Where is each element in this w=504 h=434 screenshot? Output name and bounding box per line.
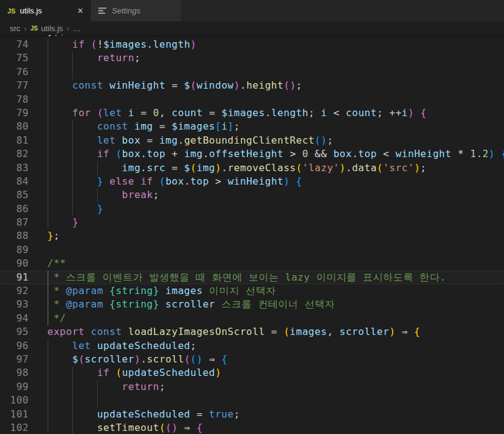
code-line[interactable]: 89 [0,243,504,257]
code-line-text[interactable]: break; [48,188,504,202]
code-line[interactable]: 85 break; [0,188,504,202]
code-editor[interactable]: });74 if (!$images.length)75 return;7677… [0,35,504,434]
code-line[interactable]: 96 let updateScheduled; [0,339,504,353]
code-line[interactable]: 84 } else if (box.top > winHeight) { [0,175,504,188]
line-number[interactable]: 74 [0,38,29,51]
code-line[interactable]: 90/** [0,257,504,270]
code-line-text[interactable]: const winHeight = $(window).height(); [48,79,504,92]
code-token [159,298,166,310]
code-line-text[interactable]: }; [48,229,504,243]
code-line-text[interactable]: return; [48,51,504,65]
code-line-text[interactable]: /** [48,257,504,270]
code-line[interactable]: 98 if (updateScheduled) [0,366,504,380]
line-number[interactable]: 101 [0,408,29,421]
code-line[interactable]: 83 img.src = $(img).removeClass('lazy').… [0,161,504,175]
code-line-text[interactable]: } [48,216,504,229]
code-line-text[interactable] [48,65,504,79]
code-token [109,367,115,378]
code-line[interactable]: 79 for (let i = 0, count = $images.lengt… [0,106,504,120]
code-line-text[interactable] [48,93,504,106]
breadcrumb-item-ellipsis[interactable]: … [73,24,81,33]
line-number[interactable]: 81 [0,134,29,147]
code-token: src [147,162,166,174]
code-line-text[interactable]: } else if (box.top > winHeight) { [48,175,504,188]
line-number[interactable]: 76 [0,65,29,79]
code-line-text[interactable]: const img = $images[i]; [48,120,504,133]
tab-settings[interactable]: Settings [91,0,181,21]
line-number[interactable]: 83 [0,161,29,175]
code-line-text[interactable]: * @param {string} images 이미지 선택자 [48,284,504,298]
code-line-text[interactable]: if (!$images.length) [48,38,504,51]
code-line-text[interactable]: updateScheduled = true; [48,408,504,421]
code-line-text[interactable] [48,394,504,407]
code-line[interactable]: 81 let box = img.getBoundingClientRect()… [0,134,504,147]
code-line-text[interactable]: * 스크롤 이벤트가 발생했을 때 화면에 보이는 lazy 이미지를 표시하도… [48,271,504,284]
code-line[interactable]: 76 [0,65,504,79]
breadcrumb-item-src[interactable]: src [10,24,20,33]
code-line-text[interactable]: if (box.top + img.offsetHeight > 0 && bo… [48,147,504,161]
code-line[interactable]: 92 * @param {string} images 이미지 선택자 [0,284,504,298]
code-line[interactable]: 99 return; [0,380,504,394]
line-number[interactable]: 102 [0,421,29,434]
code-line-text[interactable]: return; [48,380,504,394]
line-number[interactable]: 91 [0,271,29,284]
line-number[interactable]: 92 [0,284,29,298]
code-line-text[interactable]: setTimeout(() ⇒ { [48,421,504,434]
line-number[interactable]: 90 [0,257,29,270]
line-number[interactable]: 94 [0,312,29,325]
code-line[interactable]: 74 if (!$images.length) [0,38,504,51]
code-token: { [197,422,203,433]
code-line-text[interactable]: for (let i = 0, count = $images.length; … [48,106,504,120]
line-number[interactable]: 79 [0,106,29,120]
line-number[interactable]: 78 [0,93,29,106]
code-line[interactable]: 77 const winHeight = $(window).height(); [0,79,504,92]
line-number[interactable]: 86 [0,202,29,216]
code-line-text[interactable]: } [48,202,504,216]
code-line[interactable]: 100 [0,394,504,407]
line-number[interactable]: 96 [0,339,29,353]
code-line[interactable]: 94 */ [0,312,504,325]
code-line[interactable]: 80 const img = $images[i]; [0,120,504,133]
indent-guide [72,421,73,434]
line-number[interactable]: 95 [0,325,29,339]
code-line-text[interactable]: if (updateScheduled) [48,366,504,380]
code-line-text[interactable]: let updateScheduled; [48,339,504,353]
code-line-text[interactable] [48,243,504,257]
line-number[interactable]: 82 [0,147,29,161]
line-number[interactable]: 89 [0,243,29,257]
code-line-text[interactable]: */ [48,312,504,325]
line-number[interactable]: 87 [0,216,29,229]
code-line-text[interactable]: export const loadLazyImagesOnScroll = (i… [48,325,504,339]
line-number[interactable]: 80 [0,120,29,133]
code-line[interactable]: 75 return; [0,51,504,65]
code-token: count [172,107,203,119]
line-number[interactable]: 98 [0,366,29,380]
code-line[interactable]: 97 $(scroller).scroll(() ⇒ { [0,353,504,366]
code-line[interactable]: 91 * 스크롤 이벤트가 발생했을 때 화면에 보이는 lazy 이미지를 표… [0,271,504,284]
code-line-text[interactable]: let box = img.getBoundingClientRect(); [48,134,504,147]
code-line-text[interactable]: $(scroller).scroll(() ⇒ { [48,353,504,366]
code-line[interactable]: 87 } [0,216,504,229]
line-number[interactable]: 88 [0,229,29,243]
close-icon[interactable]: × [78,6,83,16]
code-line[interactable]: 78 [0,93,504,106]
line-number[interactable]: 77 [0,79,29,92]
line-number[interactable]: 75 [0,51,29,65]
code-line[interactable]: 101 updateScheduled = true; [0,408,504,421]
tab-utils-js[interactable]: JS utils.js × [0,0,90,21]
code-line[interactable]: 86 } [0,202,504,216]
line-number[interactable]: 99 [0,380,29,394]
code-line-text[interactable]: img.src = $(img).removeClass('lazy').dat… [48,161,504,175]
line-number[interactable]: 97 [0,353,29,366]
breadcrumb-item-utils-js[interactable]: JS utils.js [31,24,63,33]
code-line[interactable]: 93 * @param {string} scroller 스크롤 컨테이너 선… [0,298,504,311]
line-number[interactable]: 93 [0,298,29,311]
code-line[interactable]: 102 setTimeout(() ⇒ { [0,421,504,434]
line-number[interactable]: 85 [0,188,29,202]
code-line[interactable]: 95export const loadLazyImagesOnScroll = … [0,325,504,339]
code-line[interactable]: 88}; [0,229,504,243]
code-line-text[interactable]: * @param {string} scroller 스크롤 컨테이너 선택자 [48,298,504,311]
line-number[interactable]: 100 [0,394,29,407]
code-line[interactable]: 82 if (box.top + img.offsetHeight > 0 &&… [0,147,504,161]
line-number[interactable]: 84 [0,175,29,188]
